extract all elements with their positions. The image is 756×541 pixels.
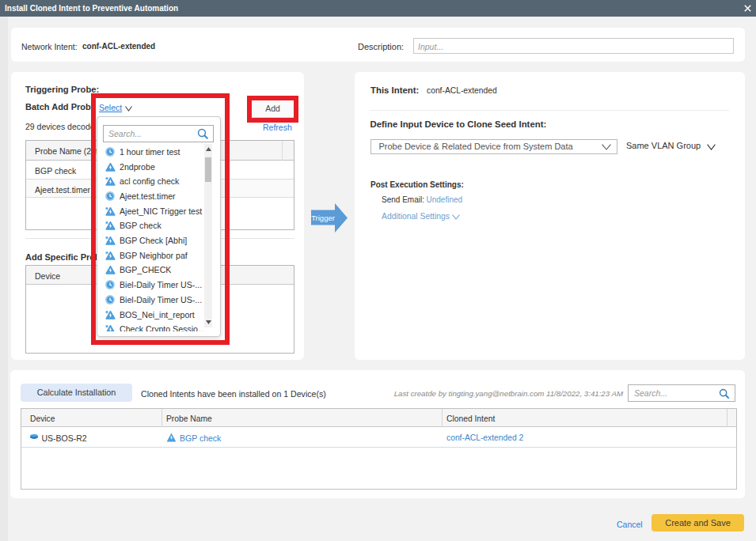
svg-text:Trigger: Trigger xyxy=(311,214,335,222)
